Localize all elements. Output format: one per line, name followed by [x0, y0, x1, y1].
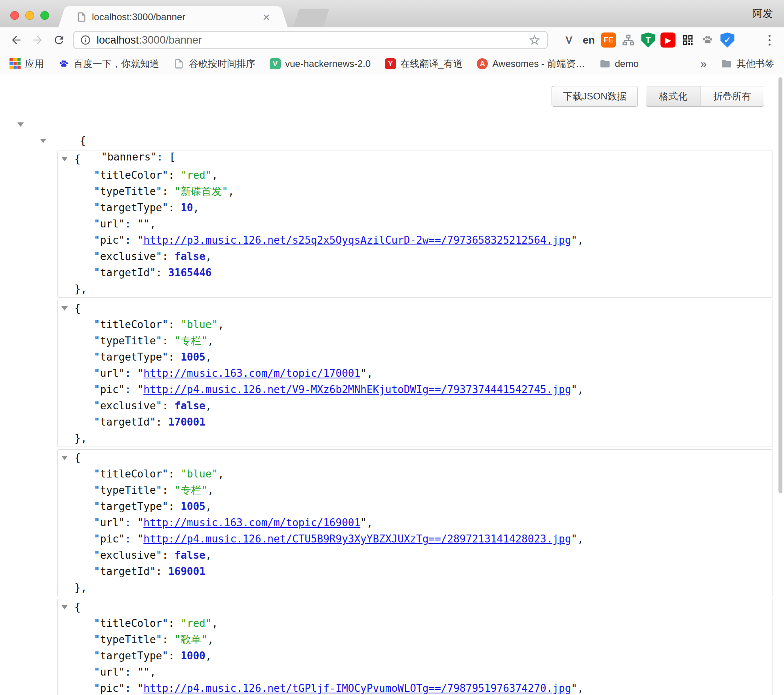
json-token: , — [218, 468, 224, 480]
json-string-value: "新碟首发" — [175, 185, 228, 197]
browser-tab[interactable]: localhost:3000/banner × — [68, 6, 278, 27]
paw-print-icon[interactable] — [700, 32, 715, 48]
json-key: "targetType" — [94, 500, 168, 512]
json-close-brace: }, — [74, 582, 87, 594]
json-url-link[interactable]: http://p3.music.126.net/s25q2x5QyqsAzilC… — [143, 234, 571, 246]
apps-shortcut[interactable]: 应用 — [10, 57, 44, 70]
json-property-line: "titleColor": "blue", — [58, 317, 773, 333]
json-open-brace: { — [74, 452, 81, 464]
json-key: "url" — [94, 666, 125, 678]
collapse-toggle-icon[interactable] — [61, 306, 68, 311]
json-colon: : — [168, 617, 181, 629]
json-colon: : — [168, 319, 181, 330]
json-token: , — [577, 682, 584, 694]
json-array-item: {"titleColor": "red","typeTitle": "歌单","… — [57, 599, 773, 695]
json-token: , — [206, 351, 212, 363]
json-array-item: {"titleColor": "red","typeTitle": "新碟首发"… — [57, 151, 773, 298]
green-shield-t-icon[interactable]: T — [641, 32, 656, 48]
blue-shield-check-icon[interactable]: ✓ — [720, 32, 735, 48]
bookmarks-overflow-chevron[interactable]: » — [700, 57, 707, 71]
collapse-toggle-icon[interactable] — [61, 605, 68, 609]
json-url-link[interactable]: http://music.163.com/m/topic/170001 — [143, 367, 360, 379]
info-icon[interactable] — [80, 34, 91, 46]
new-tab-button[interactable] — [293, 9, 329, 27]
json-url-link[interactable]: http://p4.music.126.net/CTU5B9R9y3XyYBZX… — [143, 533, 571, 545]
json-key: "url" — [94, 218, 125, 230]
json-url-link[interactable]: http://p4.music.126.net/V9-MXz6b2MNhEKju… — [143, 384, 571, 395]
browser-menu-icon[interactable] — [763, 32, 775, 48]
profile-name[interactable]: 阿发 — [752, 0, 773, 27]
json-key: "typeTitle" — [94, 484, 162, 496]
json-colon: : — [168, 351, 181, 363]
forward-button[interactable] — [30, 32, 45, 48]
bookmark-item[interactable]: demo — [599, 58, 639, 69]
json-key: "typeTitle" — [94, 185, 162, 197]
json-colon: : — [125, 533, 137, 545]
json-token: , — [577, 234, 584, 246]
collapse-toggle-icon[interactable] — [61, 456, 68, 460]
back-button[interactable] — [9, 32, 24, 48]
json-token: , — [206, 549, 212, 561]
json-colon: : — [156, 267, 168, 279]
json-property-line: "exclusive": false, — [58, 547, 773, 563]
zoom-window-button[interactable] — [40, 11, 49, 20]
json-key: "url" — [94, 367, 125, 379]
fe-extension-icon[interactable]: FE — [601, 32, 616, 48]
json-colon: : — [168, 500, 181, 512]
org-chart-icon[interactable] — [621, 32, 636, 48]
json-string-value: "专栏" — [175, 335, 207, 347]
youtube-icon[interactable]: ▶ — [660, 32, 676, 48]
json-property-line: "targetType": 1000, — [58, 648, 773, 664]
json-string-value: "red" — [181, 169, 211, 181]
json-token: , — [577, 384, 584, 395]
reload-button[interactable] — [51, 32, 67, 48]
json-token: " — [137, 234, 144, 246]
vimium-icon[interactable]: V — [561, 32, 577, 48]
json-token: , — [207, 335, 214, 347]
json-string-value: "blue" — [181, 319, 218, 330]
json-key: "targetId" — [94, 416, 156, 428]
collapse-toggle-icon[interactable] — [17, 122, 24, 127]
json-property-line: "url": "", — [58, 664, 773, 680]
bookmark-label: demo — [615, 58, 639, 69]
json-property-line: "targetType": 10, — [58, 200, 773, 216]
json-array-item: {"titleColor": "blue","typeTitle": "专栏",… — [57, 300, 773, 447]
json-url-link[interactable]: http://music.163.com/m/topic/169001 — [143, 517, 360, 529]
tab-close-icon[interactable]: × — [260, 11, 272, 23]
json-string-value: "歌单" — [175, 634, 207, 645]
vertical-scrollbar-thumb[interactable] — [778, 77, 782, 493]
json-token: , — [207, 634, 214, 645]
json-colon: : — [125, 234, 137, 246]
other-bookmarks[interactable]: 其他书签 — [721, 57, 774, 70]
bookmark-item[interactable]: 谷歌按时间排序 — [173, 57, 255, 70]
qr-code-icon[interactable] — [680, 32, 695, 48]
json-token: , — [206, 650, 212, 662]
json-property-line: "titleColor": "blue", — [58, 466, 773, 482]
address-bar[interactable]: localhost:3000/banner — [73, 31, 548, 49]
bookmark-item[interactable]: Y在线翻译_有道 — [385, 57, 462, 70]
json-property-line: "pic": "http://p4.music.126.net/CTU5B9R9… — [58, 531, 773, 547]
minimize-window-button[interactable] — [25, 11, 34, 20]
json-url-link[interactable]: http://p4.music.126.net/tGPljf-IMOCyPvum… — [143, 682, 571, 694]
collapse-toggle-icon[interactable] — [40, 139, 46, 143]
json-open-line: { — [58, 450, 773, 466]
json-key: "exclusive" — [94, 250, 162, 262]
bookmark-item[interactable]: 百度一下，你就知道 — [58, 57, 159, 70]
browser-toolbar: localhost:3000/banner VenFET▶✓ — [0, 27, 784, 53]
json-open-line: { — [58, 151, 773, 167]
doc-icon — [173, 58, 185, 69]
close-window-button[interactable] — [10, 11, 19, 20]
translate-en-icon[interactable]: en — [581, 32, 596, 48]
bookmark-item[interactable]: Vvue-hackernews-2.0 — [270, 58, 371, 69]
json-token: , — [150, 666, 156, 678]
json-token: " — [137, 517, 144, 529]
bookmark-star-icon[interactable] — [528, 34, 541, 46]
json-colon: : — [168, 169, 181, 181]
tab-title: localhost:3000/banner — [92, 11, 260, 23]
json-close-brace: }, — [74, 432, 87, 444]
collapse-toggle-icon[interactable] — [61, 157, 68, 161]
bookmark-item[interactable]: AAwesomes - 前端资… — [477, 57, 585, 70]
json-property-line: "pic": "http://p4.music.126.net/tGPljf-I… — [58, 680, 773, 695]
json-colon: : — [125, 218, 137, 230]
paw-icon — [58, 58, 69, 69]
